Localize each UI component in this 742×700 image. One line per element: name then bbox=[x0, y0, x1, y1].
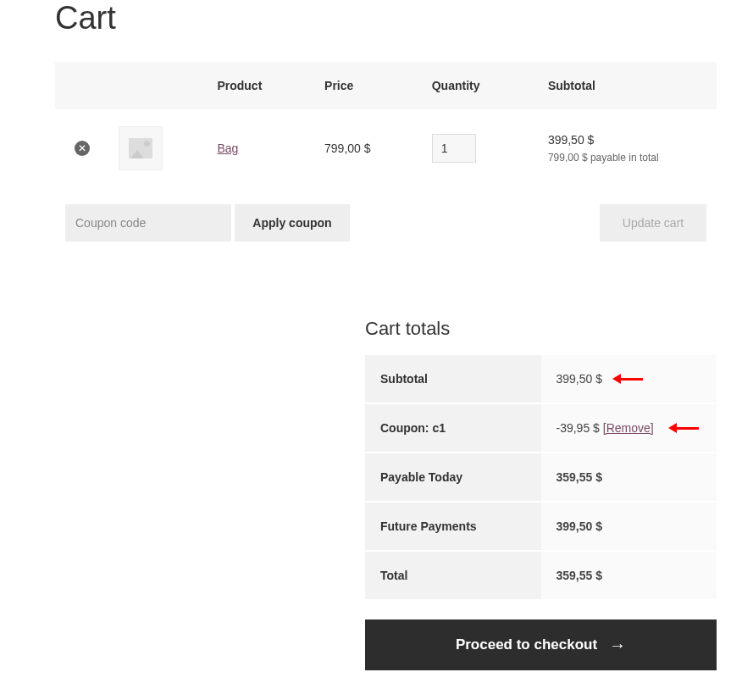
apply-coupon-button[interactable]: Apply coupon bbox=[235, 204, 350, 242]
arrow-right-icon: → bbox=[609, 636, 626, 655]
totals-total-value: 359,55 $ bbox=[541, 551, 717, 600]
totals-future-label: Future Payments bbox=[365, 502, 541, 551]
quantity-input[interactable] bbox=[432, 134, 476, 163]
totals-coupon-amount: -39,95 $ bbox=[556, 421, 603, 435]
totals-future-value: 399,50 $ bbox=[541, 502, 717, 551]
col-header-product: Product bbox=[207, 62, 314, 109]
arrow-annotation-icon bbox=[612, 375, 643, 383]
totals-subtotal-value: 399,50 $ bbox=[541, 355, 717, 403]
cart-actions-row: Apply coupon Update cart bbox=[55, 187, 717, 258]
totals-row-subtotal: Subtotal 399,50 $ bbox=[365, 355, 717, 403]
totals-coupon-value: -39,95 $ [Remove] bbox=[541, 403, 717, 453]
placeholder-image-icon bbox=[129, 138, 152, 158]
totals-payable-value: 359,55 $ bbox=[541, 453, 717, 502]
remove-coupon-link[interactable]: [Remove] bbox=[603, 421, 654, 435]
checkout-button-label: Proceed to checkout bbox=[456, 636, 597, 653]
col-header-remove bbox=[55, 62, 108, 109]
cart-row: ✕ Bag 799,00 $ bbox=[55, 109, 717, 187]
totals-row-future: Future Payments 399,50 $ bbox=[365, 502, 717, 551]
page-title: Cart bbox=[55, 0, 717, 36]
cart-totals-table: Subtotal 399,50 $ Coupon: c1 -39,95 $ [R… bbox=[365, 355, 717, 601]
proceed-to-checkout-button[interactable]: Proceed to checkout → bbox=[365, 619, 717, 670]
product-link[interactable]: Bag bbox=[217, 142, 238, 155]
item-subtotal: 399,50 $ bbox=[548, 133, 706, 147]
item-subtotal-note: 799,00 $ payable in total bbox=[548, 152, 706, 164]
totals-subtotal-text: 399,50 $ bbox=[556, 372, 603, 386]
update-cart-button[interactable]: Update cart bbox=[600, 204, 706, 242]
totals-subtotal-label: Subtotal bbox=[365, 355, 541, 403]
item-price: 799,00 $ bbox=[314, 109, 422, 187]
coupon-code-input[interactable] bbox=[65, 204, 231, 242]
cart-totals-heading: Cart totals bbox=[365, 318, 717, 340]
totals-coupon-label: Coupon: c1 bbox=[365, 403, 541, 453]
totals-row-total: Total 359,55 $ bbox=[365, 551, 717, 600]
col-header-price: Price bbox=[314, 62, 422, 109]
totals-row-payable: Payable Today 359,55 $ bbox=[365, 453, 717, 502]
col-header-subtotal: Subtotal bbox=[538, 62, 717, 109]
totals-payable-label: Payable Today bbox=[365, 453, 541, 502]
col-header-thumb bbox=[108, 62, 207, 109]
col-header-quantity: Quantity bbox=[422, 62, 538, 109]
totals-row-coupon: Coupon: c1 -39,95 $ [Remove] bbox=[365, 403, 717, 453]
cart-table: Product Price Quantity Subtotal ✕ bbox=[55, 62, 717, 258]
arrow-annotation-icon bbox=[668, 424, 699, 432]
remove-item-button[interactable]: ✕ bbox=[75, 141, 90, 156]
totals-total-label: Total bbox=[365, 551, 541, 600]
cart-totals-section: Cart totals Subtotal 399,50 $ Coupon: c1… bbox=[365, 318, 717, 670]
product-thumbnail[interactable] bbox=[119, 126, 163, 170]
